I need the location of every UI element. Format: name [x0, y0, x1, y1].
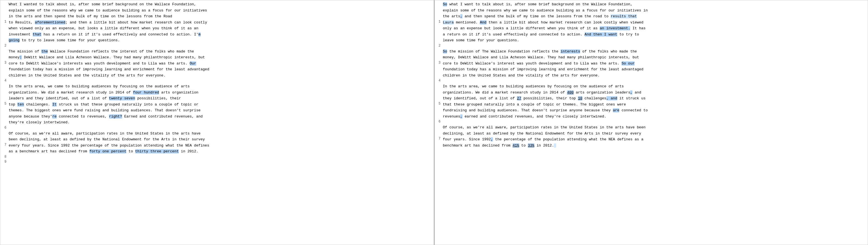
- line-text: investment that has a return on it if it…: [8, 32, 434, 38]
- line-number-r: [435, 83, 442, 84]
- line-block-3: 3 core to DeWitt Wallace's interests was…: [0, 61, 434, 67]
- line-text: been declining, at least as defined by t…: [8, 136, 434, 143]
- line-text-r7: four years. Since 1992, the percentage o…: [442, 136, 868, 143]
- line-block-r4: 4: [435, 78, 868, 83]
- line-block-r: only as an expense but looks a little di…: [435, 25, 868, 32]
- line-text: they're closely intertwined.: [8, 119, 434, 126]
- line-text: leaders and they identified, out of a li…: [8, 96, 434, 102]
- line-block-r2: 2: [435, 43, 868, 48]
- line-number-r: [435, 13, 442, 14]
- line-block: investment that has a return on it if it…: [0, 32, 434, 38]
- line-text: money: DeWitt Wallace and Lila Acheson W…: [8, 55, 434, 61]
- line-block-r: fundraising and building audiences. That…: [435, 107, 868, 113]
- line-number: [0, 55, 8, 55]
- line-block-r: So what I want to talk about is, after s…: [435, 1, 868, 7]
- line-text-5: top ten challenges. It struck us that th…: [8, 102, 434, 108]
- line-number: [0, 7, 8, 8]
- line-block-r: So the mission of The Wallace Foundation…: [435, 48, 868, 55]
- line-block-r: they identified, out of a list of 27 pos…: [435, 96, 868, 102]
- line-text-r: only as an expense but looks a little di…: [442, 25, 868, 32]
- line-empty-6: [8, 126, 434, 131]
- line-text-r: Of course, as we're all aware, participa…: [442, 125, 868, 131]
- line-text-1: to Results, aforementioned; and then a l…: [8, 20, 434, 26]
- line-block-r6: 6: [435, 119, 868, 125]
- line-block-r: the arts, and then spend the bulk of my …: [435, 13, 868, 20]
- line-empty-r6: [442, 119, 868, 125]
- line-block-r5: 5 that these grouped naturally into a co…: [435, 102, 868, 108]
- line-number-r: [435, 55, 442, 55]
- line-block: anyone because they're connected to reve…: [0, 113, 434, 120]
- line-number-r: [435, 113, 442, 114]
- line-text-r: children in the United States and the vi…: [442, 73, 868, 79]
- line-number: [0, 48, 8, 49]
- line-text: anyone because they're connected to reve…: [8, 113, 434, 120]
- line-number-r5: 5: [435, 102, 442, 106]
- line-text-r: In the arts area, we came to building au…: [442, 83, 868, 90]
- line-text-r: a return on it if it's used effectively …: [442, 32, 868, 38]
- line-block-r: a return on it if it's used effectively …: [435, 32, 868, 38]
- line-block-r: children in the United States and the vi…: [435, 73, 868, 79]
- line-text-r: So the mission of The Wallace Foundation…: [442, 48, 868, 55]
- line-text: themes. The biggest ones were fund raisi…: [8, 107, 434, 113]
- line-text-r: leave some time for your questions.: [442, 37, 868, 43]
- line-block: going to try to leave some time for your…: [0, 37, 434, 43]
- line-block-2: 2: [0, 43, 434, 48]
- line-block: been declining, at least as defined by t…: [0, 136, 434, 143]
- line-text: going to try to leave some time for your…: [8, 37, 434, 43]
- line-number: [0, 107, 8, 108]
- line-number-r: [435, 7, 442, 8]
- line-block-r: benchmark art has declined from 41% to 3…: [435, 143, 868, 149]
- line-block-6: 6: [0, 126, 434, 131]
- line-block: foundation today has a mission of improv…: [0, 66, 434, 73]
- left-panel[interactable]: What I wanted to talk about is, after so…: [0, 0, 434, 245]
- line-text-r: benchmark art has declined from 41% to 3…: [442, 143, 868, 149]
- line-text: organizations. We did a market research …: [8, 90, 434, 96]
- line-empty-9: [8, 160, 434, 165]
- line-number-2: 2: [0, 43, 8, 48]
- line-number: [0, 83, 8, 84]
- line-number-r7: 7: [435, 136, 442, 141]
- line-number-3: 3: [0, 61, 8, 65]
- line-text-r: explain some of the reasons why we came …: [442, 7, 868, 14]
- line-number-r: [435, 32, 442, 32]
- line-number-r: [435, 25, 442, 26]
- line-number-r6: 6: [435, 119, 442, 124]
- line-number-r: [435, 37, 442, 38]
- line-number: [0, 13, 8, 14]
- line-number-5: 5: [0, 102, 8, 106]
- line-block-r: Of course, as we're all aware, participa…: [435, 125, 868, 131]
- line-block-r: declining, at least as defined by the Na…: [435, 131, 868, 137]
- line-text: explain some of the reasons why we came …: [8, 7, 434, 14]
- line-block-4: 4: [0, 78, 434, 83]
- line-text-r: money, DeWitt Wallace and Lila Acheson W…: [442, 55, 868, 61]
- line-text: in the arts and then spend the bulk of m…: [8, 13, 434, 20]
- line-number-7: 7: [0, 143, 8, 147]
- line-text: What I wanted to talk about is, after so…: [8, 1, 434, 7]
- line-block-r: explain some of the reasons why we came …: [435, 7, 868, 14]
- line-empty-r2: [442, 43, 868, 48]
- line-block: Of course, as we're all aware, participa…: [0, 131, 434, 137]
- line-block-r7: 7 four years. Since 1992, the percentage…: [435, 136, 868, 143]
- line-number: [0, 1, 8, 2]
- line-block-r: leave some time for your questions.: [435, 37, 868, 43]
- right-panel[interactable]: So what I want to talk about is, after s…: [434, 0, 868, 245]
- line-block: when viewed only as an expense, but look…: [0, 25, 434, 32]
- line-block-r: money, DeWitt Wallace and Lila Acheson W…: [435, 55, 868, 61]
- line-text: In the arts area, we came to building au…: [8, 83, 434, 90]
- line-number-r: [435, 48, 442, 49]
- line-block-1: 1 to Results, aforementioned; and then a…: [0, 20, 434, 26]
- line-block-r1: 1 Laura mentioned. And then a little bit…: [435, 20, 868, 26]
- line-number-r2: 2: [435, 43, 442, 48]
- line-block-9: 9: [0, 160, 434, 165]
- line-number-r3: 3: [435, 61, 442, 65]
- line-text-7: every four years. Since 1992 the percent…: [8, 143, 434, 149]
- line-number-1: 1: [0, 20, 8, 24]
- line-number-r: [435, 66, 442, 67]
- line-text-r: foundation today has a mission of improv…: [442, 66, 868, 73]
- line-block: organizations. We did a market research …: [0, 90, 434, 96]
- line-text: foundation today has a mission of improv…: [8, 66, 434, 73]
- line-number: [0, 148, 8, 149]
- line-text-r: the arts, and then spend the bulk of my …: [442, 13, 868, 20]
- line-number-6: 6: [0, 126, 8, 130]
- line-text-r: So what I want to talk about is, after s…: [442, 1, 868, 7]
